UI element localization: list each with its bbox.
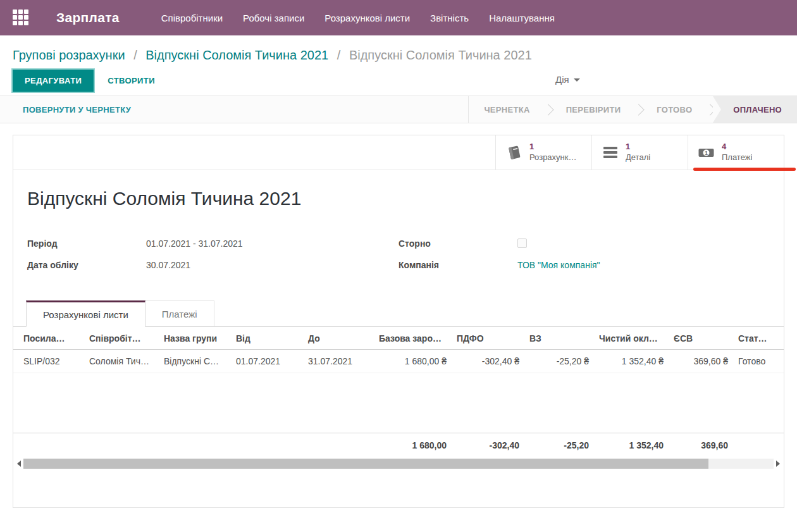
col-reference[interactable]: Посила… [13,327,84,350]
company-label: Компанія [398,259,517,270]
annotation-underline [693,168,796,171]
control-row: РЕДАГУВАТИ СТВОРИТИ Дія [0,65,797,96]
storno-label: Сторно [398,237,517,249]
edit-button[interactable]: РЕДАГУВАТИ [13,70,94,92]
status-steps: ЧЕРНЕТКА ПЕРЕВІРИТИ ГОТОВО ОПЛАЧЕНО [468,96,797,123]
payslip-table: Посила… Співробіт… Назва групи Від До Ба… [13,327,784,373]
company-link[interactable]: ТОВ "Моя компанія" [517,259,600,270]
tab-payments[interactable]: Платежі [145,300,214,327]
cell-reference: SLIP/032 [13,350,84,373]
status-step-done[interactable]: ГОТОВО [641,96,707,123]
back-to-draft-button[interactable]: ПОВЕРНУТИ У ЧЕРНЕТКУ [23,96,131,123]
cell-status: Готово [733,350,784,373]
topbar: Зарплата Співробітники Робочі записи Роз… [0,0,797,35]
totals-row: 1 680,00 -302,40 -25,20 1 352,40 369,60 [13,433,784,457]
banknote-icon: 1 [698,144,715,161]
table-empty-area [13,373,784,433]
col-date-from[interactable]: Від [231,327,303,350]
cell-pdfo: -302,40 ₴ [452,350,524,373]
smart-button-count: 1 [626,142,650,152]
book-icon [505,144,522,161]
status-step-verify[interactable]: ПЕРЕВІРИТИ [551,96,636,123]
breadcrumb: Групові розрахунки / Відпускні Соломія Т… [0,35,797,65]
total-net-wage: 1 352,40 [594,433,669,458]
smart-button-payments[interactable]: 1 4 Платежі [688,135,784,170]
total-pdfo: -302,40 [452,433,524,458]
table-header-row: Посила… Співробіт… Назва групи Від До Ба… [13,327,784,350]
notebook-tabs: Розрахункові листи Платежі [13,300,784,327]
col-vz[interactable]: ВЗ [524,327,594,350]
cell-esv: 369,60 ₴ [669,350,733,373]
field-storno: Сторно [398,237,770,251]
breadcrumb-current: Відпускні Соломія Тичина 2021 [349,48,532,62]
field-group-right: Сторно Компанія ТОВ "Моя компанія" [398,237,770,280]
status-step-draft[interactable]: ЧЕРНЕТКА [469,96,545,123]
storno-checkbox[interactable] [517,238,527,248]
list-icon [602,147,619,158]
col-batch-name[interactable]: Назва групи [159,327,231,350]
statusbar: ПОВЕРНУТИ У ЧЕРНЕТКУ ЧЕРНЕТКА ПЕРЕВІРИТИ… [0,96,797,123]
app-title[interactable]: Зарплата [56,10,120,25]
scroll-left-arrow-icon[interactable] [15,458,23,469]
cell-vz: -25,20 ₴ [524,350,594,373]
apps-grid-icon[interactable] [13,9,30,27]
action-dropdown-label: Дія [555,74,569,85]
menu-settings[interactable]: Налаштування [489,13,555,23]
breadcrumb-batches-link[interactable]: Групові розрахунки [13,48,125,62]
field-company: Компанія ТОВ "Моя компанія" [398,259,770,273]
col-net-wage[interactable]: Чистий окл… [594,327,669,350]
col-date-to[interactable]: До [303,327,374,350]
action-dropdown[interactable]: Дія [555,74,580,85]
menu-employees[interactable]: Співробітники [161,13,223,23]
field-group-left: Період 01.07.2021 - 31.07.2021 Дата облі… [27,237,398,280]
scrollbar-thumb[interactable] [23,459,708,469]
field-period: Період 01.07.2021 - 31.07.2021 [27,237,398,251]
smart-button-box: 1 Розрахунк… 1 Деталі 1 4 Платежі [13,135,784,170]
smart-button-count: 1 [529,142,576,152]
cell-batch-name: Відпускні С… [159,350,231,373]
menu-reporting[interactable]: Звітність [430,13,469,23]
form-sheet: 1 Розрахунк… 1 Деталі 1 4 Платежі [13,135,784,508]
smart-button-payslips[interactable]: 1 Розрахунк… [495,135,591,170]
col-esv[interactable]: ЄСВ [669,327,733,350]
col-employee[interactable]: Співробіт… [84,327,159,350]
cell-net-wage: 1 352,40 ₴ [594,350,669,373]
scroll-right-arrow-icon[interactable] [774,458,782,469]
table-row[interactable]: SLIP/032 Соломія Тич… Відпускні С… 01.07… [13,350,784,373]
smart-button-label: Деталі [626,152,650,163]
smart-button-label: Розрахунк… [529,152,576,163]
breadcrumb-separator: / [133,48,137,62]
tab-payslips[interactable]: Розрахункові листи [26,300,145,327]
period-value: 01.07.2021 - 31.07.2021 [146,237,243,249]
cell-date-to: 31.07.2021 [303,350,374,373]
total-esv: 369,60 [669,433,733,458]
cell-basic-wage: 1 680,00 ₴ [374,350,452,373]
field-grid: Період 01.07.2021 - 31.07.2021 Дата облі… [27,237,770,280]
breadcrumb-batch-link[interactable]: Відпускні Соломія Тичина 2021 [145,48,328,62]
horizontal-scrollbar [13,457,784,470]
record-title: Відпускні Соломія Тичина 2021 [27,188,784,209]
smart-button-label: Платежі [722,152,752,163]
smart-button-details[interactable]: 1 Деталі [591,135,688,170]
col-pdfo[interactable]: ПДФО [452,327,524,350]
period-label: Період [27,237,146,249]
chevron-down-icon [574,78,580,82]
smart-button-count: 4 [722,142,752,152]
accounting-date-label: Дата обліку [27,259,146,270]
menu-payslips[interactable]: Розрахункові листи [324,13,410,23]
total-vz: -25,20 [524,433,594,458]
svg-text:1: 1 [705,149,708,156]
create-button[interactable]: СТВОРИТИ [108,76,155,85]
top-menu: Співробітники Робочі записи Розрахункові… [161,13,555,23]
accounting-date-value: 30.07.2021 [146,259,190,270]
col-basic-wage[interactable]: Базова заро… [374,327,452,350]
cell-employee: Соломія Тич… [84,350,159,373]
breadcrumb-separator: / [337,48,341,62]
status-step-paid[interactable]: ОПЛАЧЕНО [713,96,797,123]
cell-date-from: 01.07.2021 [231,350,303,373]
scrollbar-track[interactable] [23,459,774,469]
field-accounting-date: Дата обліку 30.07.2021 [27,259,398,273]
total-basic-wage: 1 680,00 [374,433,452,458]
col-status[interactable]: Стат… [733,327,784,350]
menu-work-entries[interactable]: Робочі записи [243,13,304,23]
